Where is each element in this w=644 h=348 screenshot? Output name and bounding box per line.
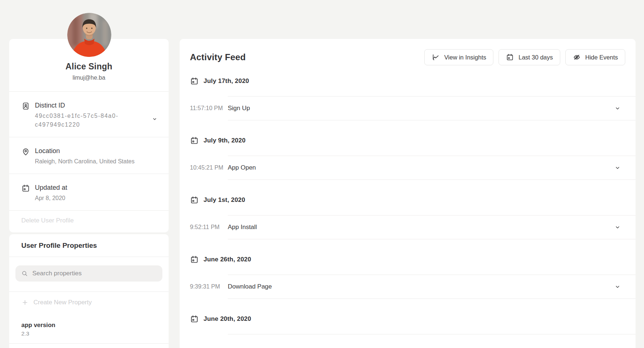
eye-off-icon: [573, 53, 581, 61]
button-label: Last 30 days: [518, 54, 553, 61]
property-list-item: app version 2.3: [9, 315, 169, 343]
feed-group: June 20th, 2020: [190, 315, 636, 334]
header-buttons: View in Insights Last 30 days Hide Event…: [424, 49, 625, 65]
event-row[interactable]: 10:45:21 PM App Open: [190, 156, 636, 180]
plus-icon: [21, 299, 29, 306]
event-time: 9:52:11 PM: [190, 224, 228, 231]
activity-feed-panel: Activity Feed View in Insights Last 30 d…: [180, 39, 636, 348]
event-row[interactable]: 9:52:11 PM App Install: [190, 215, 636, 239]
field-row-updated-at: Updated at Apr 8, 2020: [9, 174, 169, 210]
field-label: Location: [35, 147, 134, 155]
property-value: 2.3: [21, 330, 156, 337]
divider: [228, 334, 636, 334]
profile-email: limuj@he.ba: [17, 75, 161, 81]
chevron-down-icon[interactable]: [152, 116, 158, 122]
date-header: June 20th, 2020: [190, 315, 636, 323]
feed-group: July 9th, 2020 10:45:21 PM App Open: [190, 136, 636, 180]
date-label: June 26th, 2020: [204, 255, 251, 264]
date-label: July 17th, 2020: [204, 77, 249, 86]
field-row-location: Location Raleigh, North Carolina, United…: [9, 137, 169, 174]
hide-events-button[interactable]: Hide Events: [565, 49, 625, 65]
calendar-icon: [190, 136, 199, 145]
search-wrap: [9, 257, 169, 291]
field-row-distinct-id: Distinct ID 49cc0381-e1fc-57c5-84a0-c497…: [9, 92, 169, 137]
event-time: 10:45:21 PM: [190, 164, 228, 171]
avatar: [67, 13, 111, 57]
last-30-days-button[interactable]: Last 30 days: [499, 49, 560, 65]
divider: [228, 298, 636, 299]
delete-user-profile-button[interactable]: Delete User Profile: [9, 211, 169, 232]
date-header: July 17th, 2020: [190, 77, 636, 86]
calendar-icon: [190, 77, 199, 86]
date-header: July 1st, 2020: [190, 196, 636, 204]
chevron-down-icon[interactable]: [614, 224, 621, 231]
feed-group: June 26th, 2020 9:39:31 PM Download Page: [190, 255, 636, 299]
button-label: View in Insights: [444, 54, 486, 61]
event-name: Download Page: [228, 283, 272, 290]
calendar-icon: [506, 53, 514, 61]
chevron-down-icon[interactable]: [614, 283, 621, 290]
field-label: Distinct ID: [35, 101, 130, 109]
id-badge-icon: [21, 101, 30, 129]
feed-group: July 1st, 2020 9:52:11 PM App Install: [190, 196, 636, 239]
distinct-id-value: 49cc0381-e1fc-57c5-84a0-c497949c1220: [35, 112, 130, 129]
chevron-down-icon[interactable]: [614, 105, 621, 112]
user-profile-properties-card: User Profile Properties Create New Prope…: [9, 234, 169, 348]
feed-group: July 17th, 2020 11:57:10 PM Sign Up: [190, 77, 636, 120]
date-header: June 26th, 2020: [190, 255, 636, 264]
calendar-icon: [21, 184, 30, 203]
divider: [228, 120, 636, 120]
date-label: July 1st, 2020: [204, 196, 245, 204]
calendar-icon: [190, 196, 199, 204]
search-box[interactable]: [15, 265, 162, 282]
date-label: July 9th, 2020: [204, 136, 245, 145]
date-header: July 9th, 2020: [190, 136, 636, 145]
chevron-down-icon[interactable]: [614, 164, 621, 171]
event-time: 9:39:31 PM: [190, 283, 228, 290]
event-time: 11:57:10 PM: [190, 105, 228, 112]
search-icon: [21, 270, 28, 277]
properties-title: User Profile Properties: [9, 234, 169, 257]
activity-feed-header: Activity Feed View in Insights Last 30 d…: [180, 39, 636, 65]
date-label: June 20th, 2020: [204, 315, 251, 323]
line-chart-icon: [432, 53, 440, 61]
location-pin-icon: [21, 147, 30, 166]
view-in-insights-button[interactable]: View in Insights: [424, 49, 493, 65]
page-title: Activity Feed: [190, 52, 246, 62]
updated-at-value: Apr 8, 2020: [35, 194, 67, 203]
event-name: App Install: [228, 224, 257, 231]
event-row[interactable]: 9:39:31 PM Download Page: [190, 275, 636, 298]
field-label: Updated at: [35, 184, 67, 192]
event-name: Sign Up: [228, 105, 250, 112]
location-value: Raleigh, North Carolina, United States: [35, 157, 134, 166]
create-new-property-button[interactable]: Create New Property: [9, 292, 169, 315]
create-new-property-label: Create New Property: [33, 299, 92, 306]
event-name: App Open: [228, 164, 256, 171]
search-input[interactable]: [32, 270, 157, 277]
calendar-icon: [190, 255, 199, 264]
profile-name: Alice Singh: [17, 62, 161, 72]
divider: [228, 239, 636, 239]
property-name: app version: [21, 322, 156, 329]
user-profile-card: Alice Singh limuj@he.ba Distinct ID 49cc…: [9, 39, 169, 232]
activity-feed: July 17th, 2020 11:57:10 PM Sign Up July…: [180, 77, 636, 334]
divider: [9, 343, 169, 344]
divider: [228, 180, 636, 180]
button-label: Hide Events: [585, 54, 618, 61]
event-row[interactable]: 11:57:10 PM Sign Up: [190, 97, 636, 120]
calendar-icon: [190, 315, 199, 323]
